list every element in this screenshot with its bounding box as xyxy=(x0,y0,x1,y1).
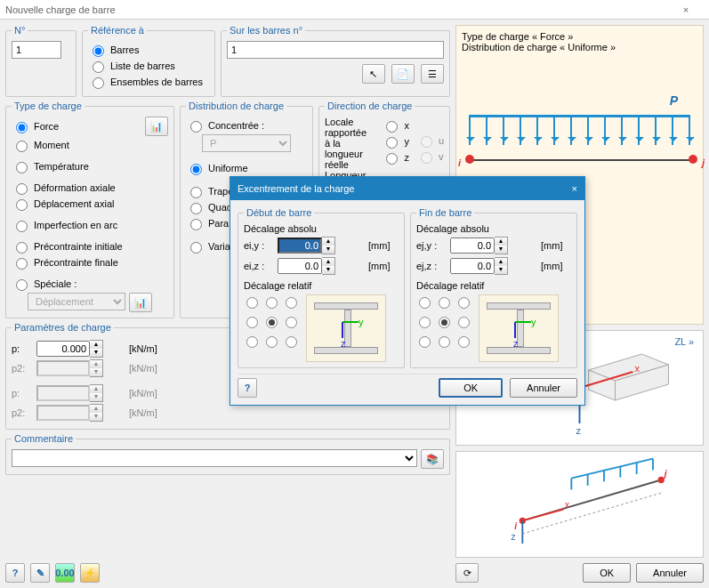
radio-axial-disp[interactable] xyxy=(16,199,28,211)
label-eiz: ei,z : xyxy=(244,261,274,271)
radio-axial-deform[interactable] xyxy=(16,183,28,195)
label-rel-offset-j: Décalage relatif xyxy=(416,280,571,291)
label-force: Force xyxy=(34,121,59,132)
dialog-cancel-button[interactable]: Annuler xyxy=(510,378,577,398)
input-p2 xyxy=(36,360,90,376)
input-eiz[interactable] xyxy=(278,258,322,274)
group-on-members: Sur les barres n° ↖ 📄 ☰ xyxy=(221,25,450,97)
group-distribution-legend: Distribution de charge xyxy=(186,101,286,111)
spin-down-icon[interactable]: ▼ xyxy=(495,266,507,274)
svg-text:z: z xyxy=(341,338,346,349)
label-concentrated: Concentrée : xyxy=(208,120,264,131)
input-p[interactable] xyxy=(36,341,90,357)
dialog-help-icon[interactable]: ? xyxy=(238,378,257,398)
radio-dir-z[interactable] xyxy=(386,153,398,165)
number-input[interactable] xyxy=(12,41,61,59)
radio-parabolic[interactable] xyxy=(190,219,202,230)
label-member-sets: Ensembles de barres xyxy=(110,77,203,87)
radio-uniform[interactable] xyxy=(190,164,202,175)
input-ejz[interactable] xyxy=(450,258,495,274)
zl-label: ZL » xyxy=(674,336,694,347)
load-type-picker-icon[interactable]: 📊 xyxy=(145,117,168,136)
spin-down-icon[interactable]: ▼ xyxy=(90,349,102,357)
rel-offset-grid-i[interactable] xyxy=(244,294,299,362)
help-icon[interactable]: ? xyxy=(5,563,25,583)
radio-special[interactable] xyxy=(16,279,28,291)
svg-line-15 xyxy=(522,510,563,521)
input-eiy[interactable] xyxy=(278,238,322,254)
rel-offset-center-i[interactable] xyxy=(266,317,278,328)
special-picker-icon[interactable]: 📊 xyxy=(129,293,152,312)
label-abs-offset-j: Décalage absolu xyxy=(416,223,571,234)
group-number: N° xyxy=(5,25,77,97)
details-icon[interactable]: ✎ xyxy=(30,563,50,583)
window-title: Nouvelle charge de barre xyxy=(5,4,116,15)
window-titlebar: Nouvelle charge de barre × xyxy=(0,0,709,20)
radio-trapezoidal[interactable] xyxy=(190,187,202,198)
group-direction-legend: Direction de charge xyxy=(325,101,415,111)
cancel-button[interactable]: Annuler xyxy=(636,563,704,583)
spin-down-icon[interactable]: ▼ xyxy=(322,246,334,254)
svg-text:i: i xyxy=(514,521,517,531)
spin-down-icon[interactable]: ▼ xyxy=(322,266,334,274)
unit-p2-b: [kN/m] xyxy=(129,407,172,418)
radio-member-sets[interactable] xyxy=(93,77,104,89)
radio-arc-imp[interactable] xyxy=(16,221,28,232)
group-load-type-legend: Type de charge xyxy=(12,101,85,111)
radio-prestress-final[interactable] xyxy=(16,258,28,270)
radio-prestress-init[interactable] xyxy=(16,242,28,254)
preview-P-label: P xyxy=(670,93,678,108)
spin-up-icon[interactable]: ▲ xyxy=(322,258,334,266)
axes-preview-2: i j x z xyxy=(455,451,704,558)
group-load-type: Type de charge Force 📊 Moment Températur… xyxy=(5,101,174,318)
member-set-icon[interactable]: ☰ xyxy=(421,64,444,84)
radio-members[interactable] xyxy=(93,45,104,57)
group-params-legend: Paramètres de charge xyxy=(12,322,114,333)
node-j-icon xyxy=(689,155,697,164)
dialog-titlebar[interactable]: Excentrement de la charge × xyxy=(230,177,584,200)
label-p: p: xyxy=(12,343,33,354)
label-abs-offset-i: Décalage absolu xyxy=(244,223,399,234)
spin-up-icon[interactable]: ▲ xyxy=(495,238,507,246)
on-members-input[interactable] xyxy=(227,41,444,59)
units-icon[interactable]: 0.00 xyxy=(55,563,75,583)
spin-up-icon[interactable]: ▲ xyxy=(322,238,334,246)
spin-down-icon[interactable]: ▼ xyxy=(495,246,507,254)
label-temperature: Température xyxy=(34,161,89,172)
radio-dir-y[interactable] xyxy=(386,137,398,149)
radio-moment[interactable] xyxy=(16,141,28,152)
radio-member-list[interactable] xyxy=(93,61,104,73)
radio-quadrangular[interactable] xyxy=(190,203,202,214)
dialog-ok-button[interactable]: OK xyxy=(439,378,503,398)
label-ejz: ej,z : xyxy=(416,261,447,271)
convert-icon[interactable]: ⚡ xyxy=(80,563,100,583)
spin-up-icon[interactable]: ▲ xyxy=(495,258,507,266)
rel-offset-center-j[interactable] xyxy=(439,317,450,328)
unit-eiz: [mm] xyxy=(368,261,399,271)
radio-dir-x[interactable] xyxy=(386,121,398,133)
concentrated-select: P xyxy=(202,134,291,152)
ibeam-preview-j: y z xyxy=(479,294,559,362)
axis-x-label: x xyxy=(635,363,641,374)
node-i-label: i xyxy=(458,157,461,168)
label-axial-disp: Déplacement axial xyxy=(34,198,115,209)
ok-button[interactable]: OK xyxy=(583,563,631,583)
radio-temperature[interactable] xyxy=(16,162,28,173)
radio-concentrated[interactable] xyxy=(190,121,202,133)
radio-variable[interactable] xyxy=(190,242,202,254)
label-eiy: ei,y : xyxy=(244,240,274,251)
comment-library-icon[interactable]: 📚 xyxy=(421,449,444,469)
svg-text:y: y xyxy=(531,317,536,327)
svg-text:z: z xyxy=(512,532,516,542)
svg-text:y: y xyxy=(359,317,364,327)
comment-combo[interactable] xyxy=(12,449,417,467)
group-number-legend: N° xyxy=(12,25,28,36)
spin-up-icon[interactable]: ▲ xyxy=(90,341,102,349)
pick-member-icon[interactable]: ↖ xyxy=(362,64,385,84)
input-ejy[interactable] xyxy=(450,238,495,254)
member-list-icon[interactable]: 📄 xyxy=(391,64,415,84)
radio-force[interactable] xyxy=(16,122,28,133)
window-close-button[interactable]: × xyxy=(668,4,704,15)
rel-offset-grid-j[interactable] xyxy=(416,294,471,362)
dialog-close-icon[interactable]: × xyxy=(572,183,577,194)
